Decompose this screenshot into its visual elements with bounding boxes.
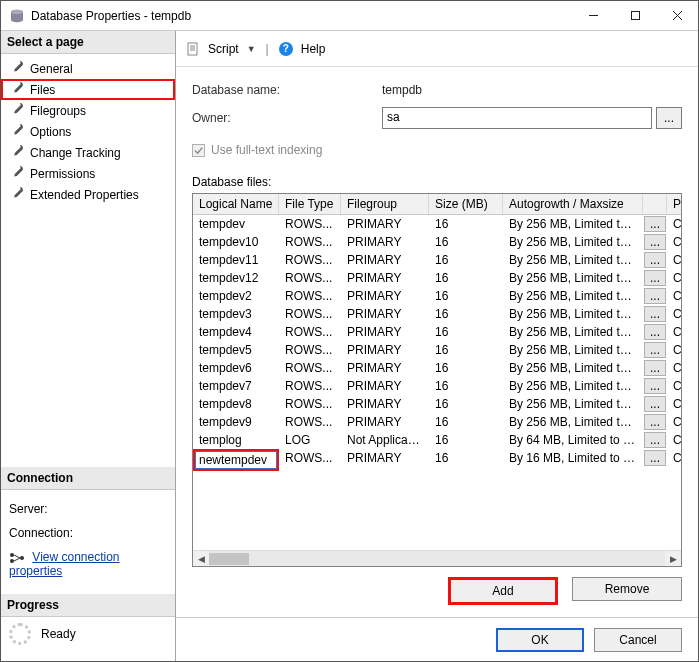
table-row[interactable]: tempdevROWS...PRIMARY16By 256 MB, Limite… xyxy=(193,215,681,233)
cell-logical-name[interactable]: tempdev6 xyxy=(193,359,279,377)
cell-logical-name[interactable]: tempdev2 xyxy=(193,287,279,305)
cell-fg[interactable]: PRIMARY xyxy=(341,305,429,323)
cell-logical-name[interactable] xyxy=(193,449,279,471)
cell-logical-name[interactable]: templog xyxy=(193,431,279,449)
cell-fg[interactable]: PRIMARY xyxy=(341,377,429,395)
cell-fg[interactable]: PRIMARY xyxy=(341,233,429,251)
cell-fg[interactable]: PRIMARY xyxy=(341,251,429,269)
scroll-left-icon[interactable]: ◀ xyxy=(193,554,209,564)
view-connection-properties-link[interactable]: View connection properties xyxy=(9,550,120,578)
cell-type[interactable]: ROWS... xyxy=(279,413,341,431)
table-row[interactable]: tempdev9ROWS...PRIMARY16By 256 MB, Limit… xyxy=(193,413,681,431)
table-row[interactable]: tempdev2ROWS...PRIMARY16By 256 MB, Limit… xyxy=(193,287,681,305)
cell-type[interactable]: ROWS... xyxy=(279,287,341,305)
cell-type[interactable]: ROWS... xyxy=(279,377,341,395)
cell-logical-name[interactable]: tempdev xyxy=(193,215,279,233)
autogrowth-ellipsis-button[interactable]: ... xyxy=(644,450,666,466)
cell-path[interactable]: C:\ xyxy=(667,377,681,395)
cell-auto[interactable]: By 256 MB, Limited to ... xyxy=(503,413,643,431)
table-row[interactable]: tempdev10ROWS...PRIMARY16By 256 MB, Limi… xyxy=(193,233,681,251)
autogrowth-ellipsis-button[interactable]: ... xyxy=(644,360,666,376)
cell-auto[interactable]: By 256 MB, Limited to ... xyxy=(503,305,643,323)
cell-logical-name[interactable]: tempdev10 xyxy=(193,233,279,251)
cell-auto[interactable]: By 256 MB, Limited to ... xyxy=(503,215,643,233)
cell-auto[interactable]: By 256 MB, Limited to ... xyxy=(503,359,643,377)
cell-path[interactable]: C:\ xyxy=(667,251,681,269)
cell-fg[interactable]: Not Applicable xyxy=(341,431,429,449)
cell-auto[interactable]: By 256 MB, Limited to ... xyxy=(503,395,643,413)
cell-type[interactable]: ROWS... xyxy=(279,233,341,251)
cell-fg[interactable]: PRIMARY xyxy=(341,449,429,471)
cell-auto[interactable]: By 256 MB, Limited to ... xyxy=(503,269,643,287)
cell-auto[interactable]: By 256 MB, Limited to ... xyxy=(503,287,643,305)
database-files-grid[interactable]: Logical NameFile TypeFilegroupSize (MB)A… xyxy=(192,193,682,567)
sidebar-item-permissions[interactable]: Permissions xyxy=(1,163,175,184)
cell-auto[interactable]: By 256 MB, Limited to ... xyxy=(503,251,643,269)
cell-path[interactable]: C:\ xyxy=(667,269,681,287)
cell-size[interactable]: 16 xyxy=(429,341,503,359)
cell-logical-name[interactable]: tempdev8 xyxy=(193,395,279,413)
cell-path[interactable]: C:\ xyxy=(667,413,681,431)
cell-fg[interactable]: PRIMARY xyxy=(341,395,429,413)
cell-path[interactable]: C:\ xyxy=(667,215,681,233)
cell-size[interactable]: 16 xyxy=(429,269,503,287)
autogrowth-ellipsis-button[interactable]: ... xyxy=(644,306,666,322)
maximize-button[interactable] xyxy=(614,1,656,30)
autogrowth-ellipsis-button[interactable]: ... xyxy=(644,234,666,250)
column-header[interactable]: Filegroup xyxy=(341,194,429,214)
horizontal-scrollbar[interactable]: ◀ ▶ xyxy=(193,550,681,566)
script-button[interactable]: Script xyxy=(208,42,239,56)
cell-type[interactable]: LOG xyxy=(279,431,341,449)
column-header[interactable]: Size (MB) xyxy=(429,194,503,214)
cell-size[interactable]: 16 xyxy=(429,233,503,251)
cell-type[interactable]: ROWS... xyxy=(279,269,341,287)
table-row[interactable]: tempdev6ROWS...PRIMARY16By 256 MB, Limit… xyxy=(193,359,681,377)
cell-size[interactable]: 16 xyxy=(429,323,503,341)
close-button[interactable] xyxy=(656,1,698,30)
owner-browse-button[interactable]: ... xyxy=(656,107,682,129)
cell-path[interactable]: C:\ xyxy=(667,305,681,323)
cell-logical-name[interactable]: tempdev4 xyxy=(193,323,279,341)
cell-size[interactable]: 16 xyxy=(429,215,503,233)
cell-auto[interactable]: By 64 MB, Limited to 1... xyxy=(503,431,643,449)
cell-type[interactable]: ROWS... xyxy=(279,215,341,233)
cell-path[interactable]: C:\ xyxy=(667,233,681,251)
sidebar-item-general[interactable]: General xyxy=(1,58,175,79)
cell-path[interactable]: C:\ xyxy=(667,359,681,377)
cell-logical-name[interactable]: tempdev12 xyxy=(193,269,279,287)
cell-type[interactable]: ROWS... xyxy=(279,323,341,341)
cell-size[interactable]: 16 xyxy=(429,251,503,269)
scroll-right-icon[interactable]: ▶ xyxy=(665,554,681,564)
autogrowth-ellipsis-button[interactable]: ... xyxy=(644,324,666,340)
cell-size[interactable]: 16 xyxy=(429,287,503,305)
table-row[interactable]: templogLOGNot Applicable16By 64 MB, Limi… xyxy=(193,431,681,449)
sidebar-item-filegroups[interactable]: Filegroups xyxy=(1,100,175,121)
ok-button[interactable]: OK xyxy=(496,628,584,652)
cell-size[interactable]: 16 xyxy=(429,377,503,395)
cell-fg[interactable]: PRIMARY xyxy=(341,359,429,377)
table-row[interactable]: tempdev8ROWS...PRIMARY16By 256 MB, Limit… xyxy=(193,395,681,413)
cell-size[interactable]: 16 xyxy=(429,305,503,323)
owner-input[interactable]: sa xyxy=(382,107,652,129)
sidebar-item-options[interactable]: Options xyxy=(1,121,175,142)
cell-type[interactable]: ROWS... xyxy=(279,395,341,413)
table-row[interactable]: ROWS...PRIMARY16By 16 MB, Limited to 2..… xyxy=(193,449,681,471)
autogrowth-ellipsis-button[interactable]: ... xyxy=(644,396,666,412)
cell-fg[interactable]: PRIMARY xyxy=(341,341,429,359)
autogrowth-ellipsis-button[interactable]: ... xyxy=(644,378,666,394)
sidebar-item-files[interactable]: Files xyxy=(1,79,175,100)
cell-type[interactable]: ROWS... xyxy=(279,359,341,377)
cell-path[interactable]: C:\ xyxy=(667,395,681,413)
cell-path[interactable]: C:\ xyxy=(667,341,681,359)
cell-logical-name[interactable]: tempdev7 xyxy=(193,377,279,395)
column-header[interactable]: Autogrowth / Maxsize xyxy=(503,194,643,214)
table-row[interactable]: tempdev7ROWS...PRIMARY16By 256 MB, Limit… xyxy=(193,377,681,395)
cell-size[interactable]: 16 xyxy=(429,359,503,377)
script-dropdown-icon[interactable]: ▼ xyxy=(247,44,256,54)
autogrowth-ellipsis-button[interactable]: ... xyxy=(644,414,666,430)
table-row[interactable]: tempdev12ROWS...PRIMARY16By 256 MB, Limi… xyxy=(193,269,681,287)
cell-type[interactable]: ROWS... xyxy=(279,449,341,471)
cell-logical-name[interactable]: tempdev9 xyxy=(193,413,279,431)
cell-logical-name[interactable]: tempdev11 xyxy=(193,251,279,269)
cell-fg[interactable]: PRIMARY xyxy=(341,323,429,341)
